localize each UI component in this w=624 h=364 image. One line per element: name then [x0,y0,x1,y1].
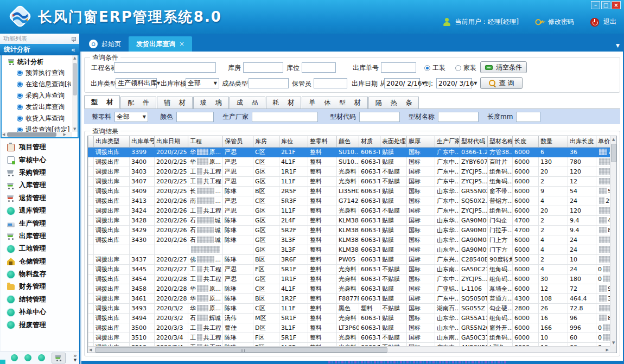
sidebar-menu-item-0[interactable]: 项目管理 [1,141,79,154]
sidebar-menu-item-9[interactable]: 仓储管理 [1,256,79,268]
column-header-10[interactable]: 表面处理 [380,136,407,147]
sidebar-menu-item-12[interactable]: 结转管理 [1,293,79,306]
table-row[interactable]: 调拨出库34932020/3/2华原...陈琳C区1L1F整料黑色塑料不贴膜国标… [88,303,610,313]
column-header-1[interactable]: 出库单号 [130,136,155,147]
row-selector[interactable] [88,303,94,313]
pin-icon[interactable] [71,36,76,42]
table-row[interactable]: 调拨出库34542020/2/28工共工程严思G区1R1F整料光身料6063-T… [88,274,610,284]
table-row[interactable]: 调拨出库34282020/2/26石城陈琳G区2L4F整料KLM38176063… [88,215,610,225]
date-from-picker[interactable]: 2020/ 2/16▼ [384,78,420,88]
column-header-7[interactable]: 整零料 [308,136,337,147]
location-input[interactable] [302,62,336,73]
whole-part-combo[interactable]: 全部▼ [114,112,148,122]
column-header-9[interactable]: 材质 [359,136,380,147]
column-header-14[interactable]: 型材名称 [488,136,513,147]
row-selector[interactable] [88,254,94,264]
material-tab-1[interactable]: 配 件 [120,97,156,108]
tab-home[interactable]: ⌂ 起始页 [81,36,129,52]
module-cart-button[interactable] [52,353,66,363]
table-row[interactable]: 调拨出库34032020/2/25工共工程严思G区1R1F整料光身料6063-T… [88,167,610,176]
close-button[interactable]: × [612,1,621,9]
minimize-button[interactable]: – [591,1,600,9]
radio-gongzhuang[interactable]: 工装 [424,62,445,73]
table-row[interactable]: 调拨出库34242020/2/26工共工程严思G区1L1F整料光身料6063-T… [88,206,610,215]
sidebar-menu-item-7[interactable]: 出库管理 [1,230,79,242]
factory-input[interactable] [252,112,318,122]
sidebar-menu-item-6[interactable]: 生产管理 [1,217,79,229]
profile-name-input[interactable] [438,112,479,122]
tree-item-1[interactable]: 在途信息查询[待 [3,79,71,90]
tree-item-5[interactable]: 退货查询[待定] [3,124,71,132]
table-row[interactable]: 调拨出库35122020/3/4工共工程陈琳F区1L2F整料光身料6063-T5… [88,342,610,346]
sidebar-section-header[interactable]: 统计分析 « [0,44,79,55]
module-dot-icon[interactable] [38,354,45,361]
module-dot-icon[interactable] [11,354,18,361]
module-dot-icon[interactable] [24,354,31,361]
row-selector[interactable] [88,206,94,215]
column-header-3[interactable]: 工程 [188,136,223,147]
table-row[interactable]: 调拨出库33992020/2/25华原...严思C区2L1F整料SU10...6… [88,147,610,157]
project-name-input[interactable] [114,62,216,73]
out-type-combo[interactable]: 生产领料出库▼ [116,78,157,88]
logout-link[interactable]: 退出 [603,17,616,27]
keeper-input[interactable] [314,78,347,88]
row-selector[interactable] [88,176,94,186]
sidebar-menu-item-14[interactable]: 报废管理 [1,318,79,331]
column-header-5[interactable]: 库房 [253,136,279,147]
audit-combo[interactable]: 全部▼ [186,78,219,88]
sidebar-menu-item-4[interactable]: 退货管理 [1,192,79,205]
warehouse-input[interactable] [243,62,283,73]
tab-list-dropdown-icon[interactable]: ▼ [616,43,620,48]
row-selector[interactable] [88,167,94,176]
row-selector[interactable] [88,215,94,225]
tree-root-statistics[interactable]: 统计分析 [3,56,71,67]
tree-item-4[interactable]: 收货入库查询 [3,113,71,124]
grid-vertical-scrollbar[interactable]: ▲ ▼ [610,136,616,346]
sidebar-menu-item-1[interactable]: 审核中心 [1,154,79,166]
column-header-13[interactable]: 型材代码 [460,136,488,147]
table-row[interactable]: 调拨出库34612020/2/28华原...陈琳B区1R2F整料F8877FT6… [88,293,610,303]
row-selector[interactable] [88,186,94,196]
column-header-18[interactable]: 单价 [596,136,610,147]
order-no-input[interactable] [381,62,416,73]
product-type-input[interactable] [249,78,289,88]
table-row[interactable]: 调拨出库34132020/2/26南...严思C区5R3F整料G71422606… [88,196,610,206]
row-selector[interactable] [88,196,94,206]
tree-horizontal-scrollbar[interactable]: ◀ ▶ [2,132,72,137]
tree-item-2[interactable]: 采购入库查询 [3,90,71,101]
row-selector[interactable] [88,274,94,284]
table-row[interactable]: 调拨出库34372020/2/27佛...陈琳B区3R6F整料PW056063-… [88,254,610,264]
tree-item-0[interactable]: 预算执行查询 [3,67,71,79]
grid-horizontal-scrollbar[interactable]: ◀ ▶ [88,346,610,353]
sidebar-menu-item-8[interactable]: 工地管理 [1,242,79,255]
row-selector[interactable] [88,235,94,245]
material-tab-7[interactable]: 隔 热 条 [368,97,419,108]
row-selector[interactable] [88,264,94,274]
table-row[interactable]: 调拨出库34452020/2/27工共工程严思F区5R1F整料光身料6063-T… [88,264,610,274]
clear-conditions-button[interactable]: 清空条件 [480,61,527,73]
table-row[interactable]: 调拨出库34002020/2/25华原...严思C区4L1F整料SU10...6… [88,157,610,167]
row-selector[interactable] [88,342,94,346]
table-row[interactable]: 调拨出库34942020/3/2石辉城汤伟M区5R1F整料光身料6063-T5贴… [88,313,610,323]
material-tab-5[interactable]: 耗 材 [266,97,302,108]
row-selector[interactable] [88,323,94,333]
column-header-15[interactable]: 长度 [513,136,539,147]
sidebar-menu-item-5[interactable]: 退库管理 [1,205,79,217]
row-selector[interactable] [88,313,94,323]
column-header-17[interactable]: 出库长度 [568,136,596,147]
table-row[interactable]: 调拨出库34092020/2/25长...陈琳B区2R5F整料LI35HD606… [88,186,610,196]
sidebar-menu-item-10[interactable]: 物料盘存 [1,268,79,280]
color-input[interactable] [176,112,214,122]
column-header-16[interactable]: 数量 [539,136,568,147]
row-selector[interactable] [88,284,94,293]
tab-shipment-query[interactable]: 发货出库查询 × [129,36,192,52]
table-row[interactable]: 调拨出库34302020/2/26石城陈琳G区3L3F整料KLM38176063… [88,235,610,245]
row-selector[interactable] [88,157,94,167]
table-row[interactable]: 调拨出库34582020/2/28华原...陈琳C区4L1F整料光身料6063-… [88,284,610,293]
material-tab-0[interactable]: 型 材 [84,95,120,108]
column-header-2[interactable]: 出库日期 [155,136,188,147]
tree-item-3[interactable]: 发货出库查询 [3,101,71,113]
radio-jiazhuang[interactable]: 家装 [455,62,476,73]
row-selector[interactable] [88,225,94,235]
column-header-4[interactable]: 保管员 [223,136,253,147]
